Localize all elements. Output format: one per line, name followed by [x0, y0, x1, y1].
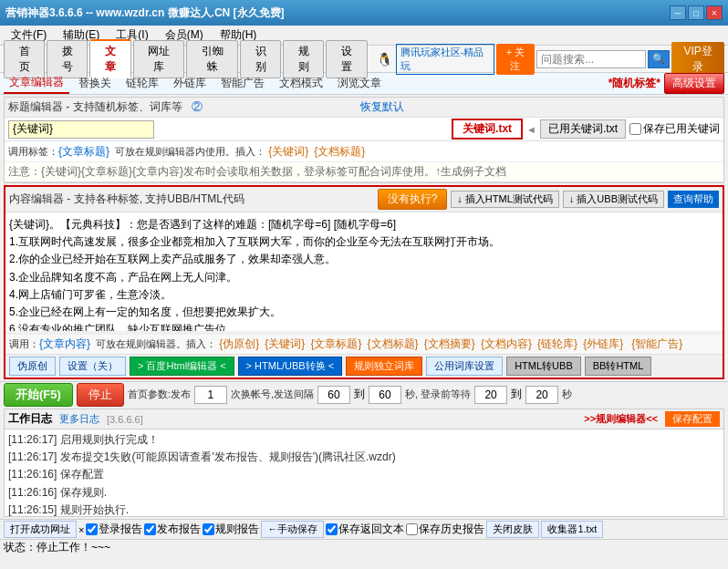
- keyword-file-button[interactable]: 关键词.txt: [452, 119, 523, 140]
- login-report-checkbox[interactable]: [86, 523, 98, 535]
- close-skin-button[interactable]: 关闭皮肤: [486, 521, 539, 538]
- start-button[interactable]: 开始(F5): [4, 383, 73, 407]
- tab-recognize[interactable]: 识别: [240, 40, 281, 78]
- subnav-smart-ad[interactable]: 智能广告: [215, 74, 270, 93]
- manual-save-button[interactable]: ←手动保存: [261, 521, 324, 538]
- content-textarea[interactable]: {关键词}。【元典科技】：您是否遇到了这样的难题：[随机字母=6] [随机字母=…: [5, 212, 723, 331]
- used-keyword-button[interactable]: 已用关键词.txt: [540, 119, 626, 139]
- maximize-button[interactable]: □: [688, 5, 704, 20]
- rule-editor-link[interactable]: >>规则编辑器<<: [584, 412, 658, 426]
- more-log-link[interactable]: 更多日志: [59, 412, 99, 426]
- bottom-toolbar: 打开成功网址 × 登录报告 发布报告 规则报告 ←手动保存 保存返回文本 保存历…: [0, 519, 728, 539]
- search-input[interactable]: [536, 50, 646, 68]
- public-worddb-button[interactable]: 公用词库设置: [426, 357, 503, 376]
- smart-ad-tag[interactable]: {智能广告}: [631, 337, 682, 350]
- notice-text: 注意：{关键词}{文章标题}{文章内容}发布时会读取相关数据，登录标签可配合词库…: [8, 165, 506, 178]
- log-line-5: [11:26:15] 规则开始执行.: [8, 502, 720, 516]
- rule-report-checkbox[interactable]: [203, 523, 214, 535]
- wait-to-input[interactable]: [525, 386, 558, 404]
- article-title-tag[interactable]: {文章标题}: [58, 145, 109, 158]
- doc-title-insert-tag[interactable]: {文档标题}: [314, 145, 365, 158]
- switch-label: 次换帐号,发送间隔: [231, 388, 314, 401]
- save-return-label: 保存返回文本: [326, 522, 404, 537]
- content-actions: 伪原创 设置（关） > 百度Html编辑器 < > HTML/UBB转换 < 规…: [5, 354, 723, 378]
- subnav-external-link[interactable]: 外链库: [168, 74, 212, 93]
- tuning-row: 调用标签：{文章标题} 可放在规则编辑器内使用。插入： {关键词} {文档标题}: [5, 141, 723, 162]
- login-report-label: 登录报告: [86, 522, 142, 537]
- article-title-tag2[interactable]: {文章标题}: [310, 337, 361, 350]
- title-editor-section: 标题编辑器 - 支持随机标签、词库等 ② 恢复默认 关键词.txt ◄ 已用关键…: [4, 97, 724, 183]
- bb-to-html-button[interactable]: BB转HTML: [585, 357, 652, 376]
- linkwheel-tag[interactable]: {链轮库}: [537, 337, 577, 350]
- collector-button[interactable]: 收集器1.txt: [541, 521, 603, 538]
- open-browser-button[interactable]: 打开成功网址: [4, 521, 77, 538]
- restore-help-link[interactable]: ②: [192, 100, 203, 113]
- tencent-logo[interactable]: 腾讯玩家社区-精品玩: [396, 44, 494, 75]
- keyword-tag2[interactable]: {关键词}: [265, 337, 305, 350]
- subnav-browse-article[interactable]: 浏览文章: [332, 74, 387, 93]
- save-used-checkbox[interactable]: [629, 123, 641, 135]
- tab-urldb[interactable]: 网址库: [133, 40, 185, 78]
- settings-off-button[interactable]: 设置（关）: [59, 357, 126, 376]
- send-button[interactable]: 没有执行?: [378, 189, 448, 210]
- subnav-doc-mode[interactable]: 文档模式: [274, 74, 328, 93]
- html-ubb-convert-button[interactable]: > HTML/UBB转换 <: [238, 357, 343, 376]
- content-editor-label: 内容编辑器 - 支持各种标签, 支持UBB/HTML代码: [9, 191, 374, 207]
- log-line-3: [11:26:16] 保存配置: [8, 466, 720, 483]
- fake-original-button[interactable]: 伪原创: [9, 357, 56, 376]
- html-to-ubb-button[interactable]: HTML转UBB: [506, 357, 581, 376]
- restore-label[interactable]: 恢复默认: [360, 100, 404, 113]
- title-editor-header: 标题编辑器 - 支持随机标签、词库等 ② 恢复默认: [5, 98, 723, 118]
- save-history-checkbox[interactable]: [406, 523, 418, 535]
- sub-nav: 文章编辑器 替换关 链轮库 外链库 智能广告 文档模式 浏览文章 *随机标签* …: [0, 73, 728, 95]
- log-section: 工作日志 更多日志 [3.6.6.6] >>规则编辑器<< 保存配置 [11:2…: [4, 409, 724, 517]
- doc-summary-tag[interactable]: {文档摘要}: [424, 337, 475, 350]
- doc-content-tag[interactable]: {文档内容}: [481, 337, 532, 350]
- title-editor-label: 标题编辑器 - 支持随机标签、词库等: [8, 100, 182, 113]
- keyword-input[interactable]: [8, 120, 154, 139]
- advanced-settings-button[interactable]: 高级设置: [664, 73, 724, 94]
- search-box: 🔍: [536, 50, 670, 68]
- page-num-input[interactable]: [194, 386, 227, 404]
- tab-rules[interactable]: 规则: [283, 40, 324, 78]
- tencent-area: 🐧 腾讯玩家社区-精品玩: [377, 44, 494, 75]
- title-editor-row: 关键词.txt ◄ 已用关键词.txt 保存已用关键词: [5, 118, 723, 141]
- publish-report-checkbox[interactable]: [144, 523, 156, 535]
- subnav-article-editor[interactable]: 文章编辑器: [4, 73, 69, 94]
- vip-login-button[interactable]: VIP登录: [671, 42, 724, 77]
- baidu-editor-button[interactable]: > 百度Html编辑器 <: [130, 357, 234, 376]
- wait-from-input[interactable]: [474, 386, 507, 404]
- search-button[interactable]: 🔍: [648, 50, 670, 68]
- close-button[interactable]: ×: [706, 5, 723, 20]
- wait-unit-label: 秒: [562, 388, 572, 401]
- close-browser-button[interactable]: ×: [78, 524, 84, 535]
- interval-from-input[interactable]: [317, 386, 350, 404]
- keyword-insert-tag[interactable]: {关键词}: [268, 145, 308, 158]
- window-controls: ─ □ ×: [670, 5, 723, 20]
- publish-report-label: 发布报告: [144, 522, 201, 537]
- wait-label: 秒, 登录前等待: [405, 388, 471, 401]
- log-title: 工作日志: [8, 411, 52, 427]
- insert-html-button[interactable]: ↓ 插入HTML测试代码: [451, 191, 559, 208]
- save-config-button[interactable]: 保存配置: [665, 411, 720, 427]
- main-toolbar: 首页 拨号 文章 网址库 引蜘蛛 识别 规则 设置 🐧 腾讯玩家社区-精品玩 +…: [0, 46, 728, 73]
- tab-spider[interactable]: 引蜘蛛: [186, 40, 238, 78]
- content-tag[interactable]: {文章内容}: [39, 337, 90, 350]
- interval-to-input[interactable]: [369, 386, 401, 404]
- save-return-checkbox[interactable]: [326, 523, 338, 535]
- query-help-button[interactable]: 查询帮助: [668, 191, 719, 208]
- content-editor-header: 内容编辑器 - 支持各种标签, 支持UBB/HTML代码 没有执行? ↓ 插入H…: [5, 187, 723, 212]
- follow-button[interactable]: + 关注: [496, 44, 535, 75]
- doc-title-tag2[interactable]: {文档标题}: [368, 337, 419, 350]
- subnav-linkwheel[interactable]: 链轮库: [120, 74, 164, 93]
- tab-settings[interactable]: 设置: [326, 40, 367, 78]
- external-link-tag[interactable]: {外链库}: [583, 337, 623, 350]
- subnav-replace[interactable]: 替换关: [73, 74, 117, 93]
- tab-article[interactable]: 文章: [89, 39, 130, 78]
- fake-original-tag[interactable]: {伪原创}: [219, 337, 259, 350]
- stop-button[interactable]: 停止: [77, 383, 124, 407]
- insert-ubb-button[interactable]: ↓ 插入UBB测试代码: [563, 191, 664, 208]
- minimize-button[interactable]: ─: [670, 5, 686, 20]
- rule-worddb-button[interactable]: 规则独立词库: [346, 357, 422, 376]
- log-line-2: [11:26:17] 发布提交1失败(可能原因请查看'发布报告、规则报告')(腾…: [8, 449, 720, 466]
